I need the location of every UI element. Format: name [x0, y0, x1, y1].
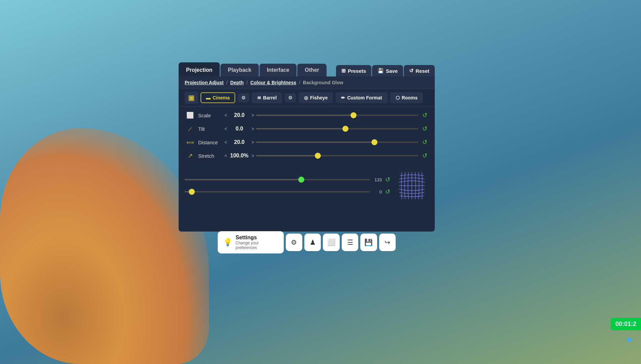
bulb-icon: 💡 — [223, 238, 232, 247]
stretch-decrease[interactable]: < — [224, 153, 227, 158]
tab-projection[interactable]: Projection — [179, 62, 220, 77]
scale-decrease[interactable]: < — [224, 113, 227, 118]
sub-tab-barrel[interactable]: ≋ Barrel — [252, 92, 282, 103]
tab-other[interactable]: Other — [297, 64, 327, 77]
distance-increase[interactable]: > — [251, 140, 254, 145]
distance-reset[interactable]: ↺ — [421, 138, 429, 147]
toolbar-export-btn[interactable]: ↪ — [379, 234, 396, 251]
main-panel: Projection Adjust / Depth / Colour & Bri… — [179, 77, 435, 232]
fisheye-icon: ◎ — [304, 95, 308, 100]
distance-decrease[interactable]: < — [224, 140, 227, 145]
sub-tab-barrel-settings[interactable]: ⚙ — [285, 93, 296, 102]
settings-subtitle: Change your preferences — [236, 241, 278, 250]
distortion-bottom-slider[interactable] — [185, 191, 370, 192]
distortion-top-value: 133 — [372, 177, 382, 182]
distortion-bottom-reset[interactable]: ↺ — [384, 187, 392, 196]
sub-tab-fisheye[interactable]: ◎ Fisheye — [299, 92, 333, 103]
distortion-bottom-value: 0 — [372, 189, 382, 194]
sliders-section: ⬜ Scale < 20.0 > ↺ ⟋ — [179, 107, 435, 169]
scale-reset[interactable]: ↺ — [421, 111, 429, 120]
save-icon: 💾 — [377, 68, 384, 74]
breadcrumb-background-glow: Background Glow — [303, 80, 343, 85]
tilt-icon: ⟋ — [185, 125, 195, 133]
tab-presets[interactable]: ⊞ Presets — [336, 65, 371, 77]
distance-slider[interactable] — [256, 141, 418, 143]
timer-badge: 00:01:2 — [611, 318, 641, 330]
distance-icon: ⟺ — [185, 139, 195, 146]
distortion-top-row: 133 ↺ — [185, 175, 392, 184]
sub-tab-rooms[interactable]: ⬡ Rooms — [390, 92, 423, 103]
breadcrumb-colour-brightness[interactable]: Colour & Brightness — [250, 80, 296, 85]
tilt-increase[interactable]: > — [251, 126, 254, 131]
slider-row-stretch: ↗ Stretch < 100.0% > ↺ — [185, 151, 429, 160]
barrel-icon: ≋ — [257, 95, 261, 100]
toolbar-screen-btn[interactable]: ⬜ — [323, 234, 339, 251]
tab-playback[interactable]: Playback — [220, 64, 258, 77]
toolbar-person-btn[interactable]: ♟ — [304, 234, 321, 251]
reset-icon: ↺ — [409, 68, 414, 74]
distance-label: Distance — [198, 140, 222, 145]
breadcrumb: Projection Adjust / Depth / Colour & Bri… — [179, 77, 435, 89]
tilt-label: Tilt — [198, 126, 222, 132]
sub-tab-custom-format[interactable]: ✏ Custom Format — [336, 92, 387, 103]
barrel-grid-visual — [395, 169, 429, 203]
settings-title: Settings — [236, 235, 278, 241]
settings-info: 💡 Settings Change your preferences — [218, 231, 284, 253]
toolbar-menu-btn[interactable]: ☰ — [342, 234, 358, 251]
distortion-top-reset[interactable]: ↺ — [384, 175, 392, 184]
stretch-reset[interactable]: ↺ — [421, 151, 429, 160]
tilt-slider[interactable] — [256, 128, 418, 130]
toolbar-save-btn[interactable]: 💾 — [360, 234, 377, 251]
sub-tab-cinema[interactable]: ▬ Cinema — [201, 92, 235, 103]
breadcrumb-projection-adjust[interactable]: Projection Adjust — [185, 80, 223, 85]
stretch-slider[interactable] — [256, 155, 418, 157]
distortion-area: 133 ↺ 0 ↺ — [179, 169, 435, 207]
play-button[interactable]: ▶ — [627, 335, 633, 344]
custom-format-icon: ✏ — [341, 95, 345, 100]
stretch-label: Stretch — [198, 153, 222, 159]
tab-reset[interactable]: ↺ Reset — [404, 65, 435, 77]
scale-increase[interactable]: > — [251, 113, 254, 118]
bottom-toolbar: 💡 Settings Change your preferences ⚙ ♟ ⬜… — [218, 231, 396, 253]
tab-save[interactable]: 💾 Save — [372, 65, 403, 77]
tilt-reset[interactable]: ↺ — [421, 124, 429, 133]
cinema-icon: ▬ — [206, 95, 211, 100]
presets-icon: ⊞ — [341, 68, 346, 74]
distortion-bottom-row: 0 ↺ — [185, 187, 392, 196]
distance-value: 20.0 — [229, 139, 249, 145]
scale-label: Scale — [198, 113, 222, 118]
rooms-icon: ⬡ — [396, 95, 400, 100]
scale-value: 20.0 — [229, 112, 249, 118]
slider-row-distance: ⟺ Distance < 20.0 > ↺ — [185, 138, 429, 147]
distortion-top-slider[interactable] — [185, 179, 370, 180]
scale-slider[interactable] — [256, 114, 418, 116]
tilt-value: 0.0 — [229, 126, 249, 132]
stretch-icon: ↗ — [185, 152, 195, 159]
tab-bar: Projection Playback Interface Other ⊞ Pr… — [179, 62, 435, 77]
stretch-value: 100.0% — [229, 153, 249, 159]
main-panel-wrapper: Projection Playback Interface Other ⊞ Pr… — [179, 62, 435, 232]
slider-row-tilt: ⟋ Tilt < 0.0 > ↺ — [185, 124, 429, 133]
sub-tab-cinema-settings[interactable]: ⚙ — [238, 93, 249, 102]
toolbar-gear-btn[interactable]: ⚙ — [286, 234, 302, 251]
scale-icon: ⬜ — [185, 112, 195, 119]
tilt-decrease[interactable]: < — [224, 126, 227, 131]
tab-interface[interactable]: Interface — [260, 64, 297, 77]
breadcrumb-depth[interactable]: Depth — [230, 80, 244, 85]
sub-tab-screen-icon[interactable]: ▣ — [185, 92, 198, 104]
slider-row-scale: ⬜ Scale < 20.0 > ↺ — [185, 111, 429, 120]
sub-tabs: ▣ ▬ Cinema ⚙ ≋ Barrel ⚙ ◎ Fisheye ✏ Cust… — [179, 89, 435, 107]
stretch-increase[interactable]: > — [251, 153, 254, 158]
